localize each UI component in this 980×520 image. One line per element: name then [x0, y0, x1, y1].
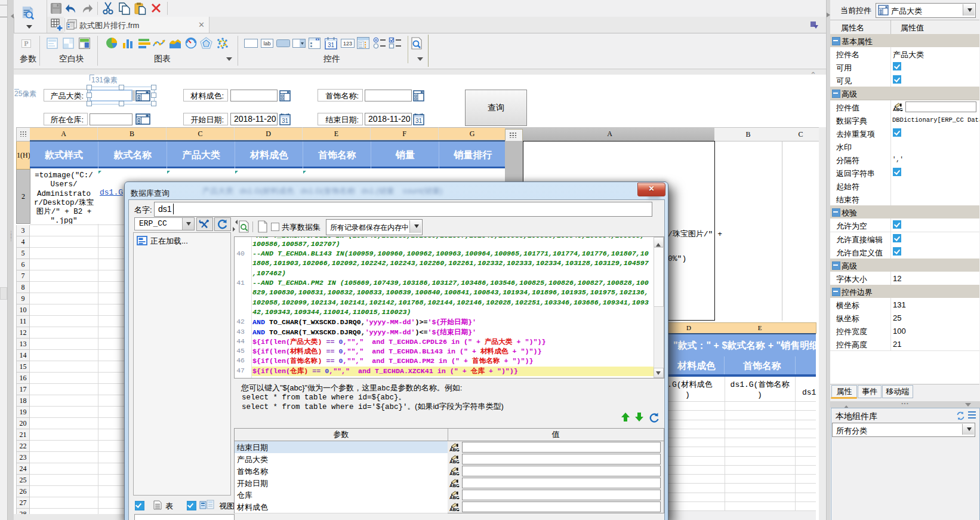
svg-text:ABC: ABC [449, 483, 460, 488]
svg-text:ABC: ABC [449, 495, 460, 500]
svg-text:ABC: ABC [449, 471, 460, 476]
svg-text:31: 31 [328, 42, 335, 48]
svg-text:ABC: ABC [893, 107, 903, 112]
svg-text:ABC: ABC [449, 459, 460, 464]
svg-text:ABC: ABC [449, 507, 460, 512]
svg-text:ABC: ABC [449, 447, 460, 452]
svg-text:31: 31 [415, 118, 423, 124]
svg-text:31: 31 [282, 118, 289, 124]
svg-text:123: 123 [343, 41, 352, 47]
svg-text:lab: lab [263, 41, 270, 47]
